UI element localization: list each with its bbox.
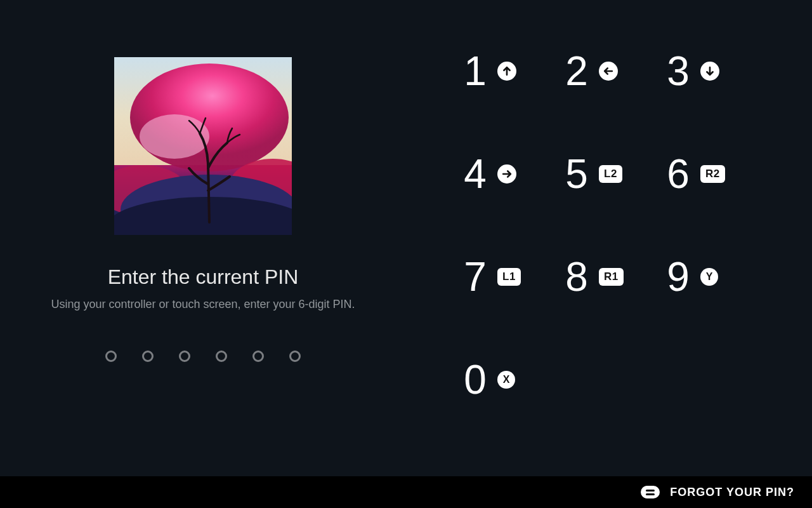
- pin-dot: [105, 351, 117, 362]
- pin-dot: [179, 351, 190, 362]
- key-digit: 2: [565, 51, 589, 91]
- key-8[interactable]: 8R1: [565, 257, 666, 297]
- keypad-row: 7L18R19Y: [463, 257, 812, 297]
- key-digit: 7: [463, 257, 487, 297]
- y-button-icon: Y: [700, 268, 718, 286]
- key-4[interactable]: 4: [463, 154, 565, 194]
- pin-dot: [216, 351, 227, 362]
- l2-badge: L2: [599, 165, 622, 183]
- key-digit: 3: [666, 51, 690, 91]
- key-1[interactable]: 1: [463, 51, 565, 91]
- key-digit: 5: [565, 154, 589, 194]
- svg-point-1: [130, 64, 289, 171]
- key-digit: 1: [463, 51, 487, 91]
- key-9[interactable]: 9Y: [666, 257, 768, 297]
- pin-entry-screen: Enter the current PIN Using your control…: [0, 0, 812, 476]
- page-subtitle: Using your controller or touch screen, e…: [51, 298, 355, 311]
- key-2[interactable]: 2: [565, 51, 666, 91]
- key-0[interactable]: 0X: [463, 359, 565, 400]
- key-digit: 9: [666, 257, 690, 297]
- pin-dot: [252, 351, 264, 362]
- keypad-row: 0X: [463, 359, 812, 400]
- keypad-row: 45L26R2: [463, 154, 812, 194]
- svg-point-2: [140, 114, 209, 159]
- key-6[interactable]: 6R2: [666, 154, 768, 194]
- forgot-pin-button[interactable]: FORGOT YOUR PIN?: [670, 486, 794, 499]
- pin-dot: [142, 351, 154, 362]
- keypad-row: 123: [463, 51, 812, 91]
- arrow-down-icon: [700, 62, 719, 81]
- r1-badge: R1: [599, 268, 624, 286]
- key-digit: 8: [565, 257, 589, 297]
- key-5[interactable]: 5L2: [565, 154, 666, 194]
- key-digit: 6: [666, 154, 690, 194]
- r2-badge: R2: [700, 165, 725, 183]
- key-digit: 0: [463, 359, 487, 400]
- pin-dots: [105, 351, 301, 362]
- x-button-icon: X: [497, 371, 515, 389]
- page-title: Enter the current PIN: [108, 265, 299, 289]
- arrow-right-icon: [497, 164, 516, 184]
- pin-dot: [289, 351, 301, 362]
- l1-badge: L1: [497, 268, 521, 286]
- key-3[interactable]: 3: [666, 51, 768, 91]
- footer-bar: FORGOT YOUR PIN?: [0, 476, 812, 508]
- avatar: [114, 57, 292, 235]
- menu-button-icon: [641, 486, 660, 498]
- arrow-up-icon: [497, 62, 516, 81]
- left-pane: Enter the current PIN Using your control…: [0, 0, 406, 476]
- arrow-left-icon: [599, 62, 618, 81]
- keypad: 12345L26R27L18R19Y0X: [406, 0, 812, 476]
- key-7[interactable]: 7L1: [463, 257, 565, 297]
- key-digit: 4: [463, 154, 487, 194]
